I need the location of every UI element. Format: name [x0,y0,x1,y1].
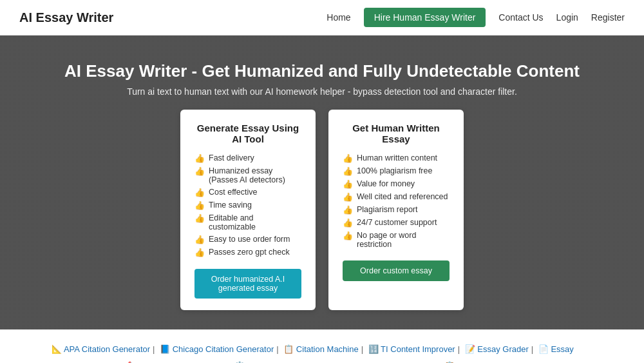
feature-text: 100% plagiarism free [357,166,432,175]
feature-text: Cost effective [209,188,258,197]
main-nav: Home Hire Human Essay Writer Contact Us … [327,8,625,27]
bullet-icon: 👍 [194,201,205,210]
feature-text: Time saving [209,201,252,210]
separator: | [361,344,363,354]
header: AI Essay Writer Home Hire Human Essay Wr… [0,0,644,35]
feature-text: Humanized essay (Passes AI detectors) [209,166,301,184]
hero-content: AI Essay Writer - Get Humanized and Full… [64,61,580,97]
card-ai: Generate Essay Using AI Tool 👍Fast deliv… [180,110,316,310]
order-ai-button[interactable]: Order humanized A.I generated essay [194,269,301,299]
feature-text: Fast delivery [209,153,254,162]
list-item: 👍Easy to use order form [194,235,301,244]
hero-title: AI Essay Writer - Get Humanized and Full… [64,61,580,81]
list-item: 👍24/7 customer support [343,218,450,228]
feature-text: Easy to use order form [209,235,290,244]
list-item: 👍Human written content [343,153,450,163]
bullet-icon: 👍 [194,213,205,223]
link-chicago[interactable]: 📘 Chicago Citation Generator [160,344,274,354]
hero-section: AI Essay Writer - Get Humanized and Full… [0,35,644,329]
nav-login[interactable]: Login [556,12,578,23]
feature-text: Editable and customizable [209,213,301,231]
feature-text: No page or word restriction [357,231,450,249]
separator: | [458,344,460,354]
link-essay-grader[interactable]: 📝 Essay Grader [465,344,529,354]
order-human-button[interactable]: Order custom essay [343,260,450,281]
list-item: 👍Cost effective [194,188,301,197]
list-item: 👍Plagiarism report [343,205,450,215]
link-content-improver[interactable]: 🔢 TI Content Improver [368,344,455,354]
separator: | [531,344,533,354]
bullet-icon: 👍 [343,205,353,215]
feature-text: Well cited and referenced [357,192,448,201]
list-item: 👍Editable and customizable [194,213,301,231]
bullet-icon: 👍 [194,235,205,244]
separator: | [276,344,278,354]
list-item: 👍Value for money [343,179,450,189]
link-citation-machine[interactable]: 📋 Citation Machine [283,344,358,354]
feature-text: Passes zero gpt check [209,248,290,257]
card-ai-list: 👍Fast delivery 👍Humanized essay (Passes … [194,153,301,257]
list-item: 👍Fast delivery [194,153,301,163]
bullet-icon: 👍 [343,179,353,189]
logo: AI Essay Writer [19,10,113,25]
bullet-icon: 👍 [194,188,205,197]
nav-hire-button[interactable]: Hire Human Essay Writer [364,8,486,27]
list-item: 👍Passes zero gpt check [194,248,301,257]
hero-subtitle: Turn ai text to human text with our AI h… [64,86,580,97]
feature-text: 24/7 customer support [357,218,437,227]
bullet-icon: 👍 [343,153,353,163]
separator: | [153,344,155,354]
list-item: 👍Humanized essay (Passes AI detectors) [194,166,301,184]
feature-text: Human written content [357,153,437,162]
card-human-list: 👍Human written content 👍100% plagiarism … [343,153,450,249]
list-item: 👍Time saving [194,201,301,210]
list-item: 👍100% plagiarism free [343,166,450,176]
bullet-icon: 👍 [343,166,353,176]
bullet-icon: 👍 [343,231,353,240]
bullet-icon: 👍 [194,166,205,176]
feature-text: Plagiarism report [357,205,417,214]
tools-links-section: 📐 APA Citation Generator| 📘 Chicago Cita… [0,329,644,363]
card-human-title: Get Human Written Essay [343,123,450,144]
card-ai-title: Generate Essay Using AI Tool [194,123,301,144]
feature-text: Value for money [357,179,415,188]
bullet-icon: 👍 [194,248,205,257]
nav-home[interactable]: Home [327,12,350,23]
nav-register[interactable]: Register [591,12,625,23]
list-item: 👍Well cited and referenced [343,192,450,202]
card-human: Get Human Written Essay 👍Human written c… [328,110,464,310]
link-apa[interactable]: 📐 APA Citation Generator [52,344,150,354]
bullet-icon: 👍 [343,218,353,228]
nav-contact[interactable]: Contact Us [498,12,543,23]
list-item: 👍No page or word restriction [343,231,450,249]
bullet-icon: 👍 [343,192,353,202]
bullet-icon: 👍 [194,153,205,163]
cards-row: Generate Essay Using AI Tool 👍Fast deliv… [180,110,464,310]
